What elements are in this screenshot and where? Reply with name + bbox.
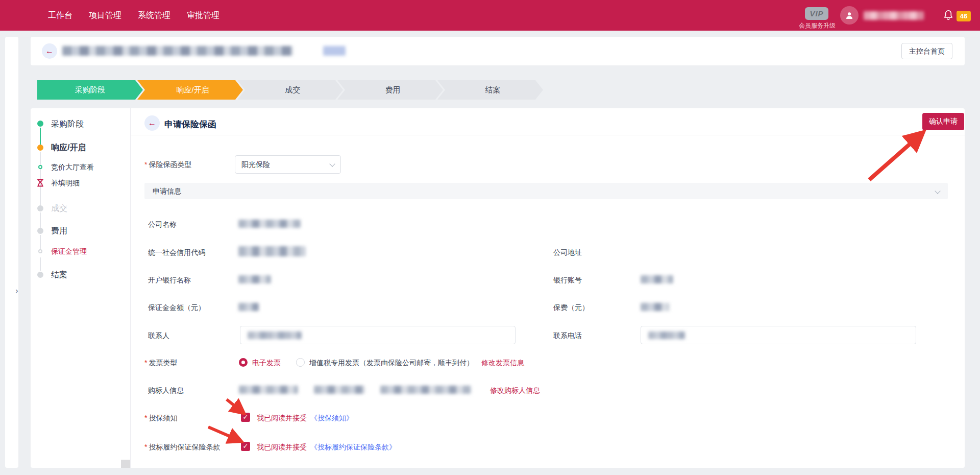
top-nav: 工作台 项目管理 系统管理 审批管理 VIP 会员服务升级 46: [0, 0, 980, 31]
person-icon: [844, 10, 855, 21]
timeline-connector: [40, 235, 41, 249]
company-address-label: 公司地址: [553, 248, 582, 257]
sidebar-item-deposit-management[interactable]: 保证金管理: [51, 247, 87, 256]
contact-phone-label: 联系电话: [553, 331, 582, 341]
edit-invoice-info-link[interactable]: 修改发票信息: [481, 359, 524, 368]
timeline-connector: [40, 212, 41, 228]
confirm-apply-button[interactable]: 确认申请: [922, 113, 964, 130]
project-header-card: ← 主控台首页: [31, 37, 965, 65]
sidebar-item-closing[interactable]: 结案: [51, 270, 67, 280]
application-info-section-header[interactable]: 申请信息: [144, 183, 948, 199]
notification-count-badge: 46: [957, 11, 971, 21]
sidebar-item-deal[interactable]: 成交: [51, 203, 67, 214]
vip-badge[interactable]: VIP: [805, 7, 828, 20]
sidebar-ring-deposit: [38, 249, 42, 253]
sidebar-item-fees[interactable]: 费用: [51, 226, 67, 236]
process-stepper: 采购阶段 响应/开启 成交 费用 结案: [37, 80, 543, 100]
nav-item-approval-management[interactable]: 审批管理: [187, 10, 219, 21]
form-back-button[interactable]: ←: [144, 115, 160, 131]
edit-buyer-info-link[interactable]: 修改购标人信息: [490, 386, 540, 395]
insure-notice-doc-link[interactable]: 《投保须知》: [310, 414, 353, 423]
sidebar-dot-closing: [37, 272, 43, 278]
insure-notice-label: 投保须知: [144, 414, 177, 423]
contact-name-input[interactable]: [240, 326, 516, 344]
vip-caption-label: 会员服务升级: [793, 21, 842, 30]
nav-item-system-management[interactable]: 系统管理: [138, 10, 170, 21]
page-title: 申请保险保函: [164, 118, 216, 130]
section-title: 申请信息: [153, 187, 181, 195]
chevron-down-icon: [329, 161, 335, 167]
buyer-info-value3-redacted: [380, 386, 471, 394]
contact-phone-value-redacted: [648, 331, 685, 339]
step-procurement[interactable]: 采购阶段: [37, 80, 143, 100]
step-fees[interactable]: 费用: [337, 80, 443, 100]
sidebar-divider: [130, 108, 131, 468]
contact-name-label: 联系人: [148, 331, 169, 341]
buyer-info-label: 购标人信息: [148, 386, 184, 395]
sidebar-item-fill-details[interactable]: 补填明细: [51, 179, 80, 188]
sidebar-dot-procurement: [37, 121, 43, 127]
hourglass-icon: [37, 179, 44, 187]
buyer-info-value2-redacted: [314, 386, 365, 394]
company-name-value-redacted: [238, 220, 301, 228]
nav-menu: 工作台 项目管理 系统管理 审批管理: [48, 10, 219, 21]
step-closing[interactable]: 结案: [437, 80, 543, 100]
notification-bell-icon[interactable]: [943, 9, 954, 21]
company-name-label: 公司名称: [148, 220, 177, 229]
nav-item-workbench[interactable]: 工作台: [48, 10, 72, 21]
sidebar-scrollbar-thumb[interactable]: [121, 460, 130, 468]
agree-prefix-text: 我已阅读并接受: [257, 414, 307, 423]
project-tag-redacted: [323, 46, 346, 56]
drawer-expand-chevron-icon[interactable]: ›: [12, 285, 21, 296]
timeline-connector: [40, 257, 41, 271]
insure-notice-checkbox[interactable]: ✓: [241, 413, 250, 422]
deposit-amount-label: 保证金金额（元）: [148, 303, 205, 313]
radio-electronic-invoice[interactable]: [239, 358, 248, 367]
insurer-type-label: 保险保函类型: [144, 160, 191, 170]
deposit-amount-value-redacted: [238, 303, 259, 311]
project-title-redacted: [62, 46, 293, 56]
radio-vat-invoice[interactable]: [296, 358, 305, 367]
step-deal[interactable]: 成交: [237, 80, 343, 100]
sidebar-item-response-open[interactable]: 响应/开启: [51, 142, 86, 153]
bank-name-value-redacted: [238, 275, 271, 283]
clause-doc-link[interactable]: 《投标履约保证保险条款》: [310, 443, 396, 452]
premium-label: 保费（元）: [553, 303, 589, 313]
timeline-connector-done: [40, 128, 41, 145]
clause-checkbox[interactable]: ✓: [241, 442, 250, 451]
main-panel: 采购阶段 响应/开启 竞价大厅查看 补填明细 成交 费用 保证金管理 结案 ← …: [31, 108, 965, 468]
username-redacted[interactable]: [864, 11, 924, 20]
agree-prefix-text: 我已阅读并接受: [257, 443, 307, 452]
header-back-button[interactable]: ←: [42, 43, 57, 59]
insurer-type-value: 阳光保险: [241, 160, 270, 169]
title-divider: [131, 135, 965, 135]
bank-account-label: 银行账号: [553, 276, 582, 285]
nav-item-project-management[interactable]: 项目管理: [89, 10, 121, 21]
insurer-type-select[interactable]: 阳光保险: [235, 155, 341, 174]
bank-account-value-redacted: [641, 275, 673, 283]
chevron-down-icon: [935, 188, 940, 194]
bank-name-label: 开户银行名称: [148, 276, 191, 285]
invoice-type-label: 发票类型: [144, 359, 177, 368]
sidebar-dot-deal: [37, 205, 43, 211]
premium-value-redacted: [641, 303, 669, 311]
credit-code-value-redacted: [238, 246, 306, 256]
credit-code-label: 统一社会信用代码: [148, 248, 205, 257]
buyer-info-value1-redacted: [239, 386, 298, 394]
clause-label: 投标履约保证保险条款: [144, 443, 220, 452]
sidebar-dot-response-open: [37, 145, 43, 151]
sidebar-dot-fees: [37, 228, 43, 234]
sidebar-item-bid-hall-view[interactable]: 竞价大厅查看: [51, 163, 94, 172]
step-response-open[interactable]: 响应/开启: [137, 80, 243, 100]
contact-phone-input[interactable]: [641, 326, 916, 344]
electronic-invoice-option-label: 电子发票: [252, 359, 281, 368]
sidebar-item-procurement[interactable]: 采购阶段: [51, 119, 84, 130]
user-avatar[interactable]: [840, 6, 859, 25]
contact-name-value-redacted: [248, 331, 302, 339]
collapsed-side-drawer: ›: [5, 37, 18, 468]
sidebar-ring-bid-hall: [38, 165, 42, 169]
console-home-button[interactable]: 主控台首页: [901, 43, 952, 59]
vat-invoice-option-label: 增值税专用发票（发票由保险公司邮寄，顺丰到付）: [309, 359, 474, 368]
